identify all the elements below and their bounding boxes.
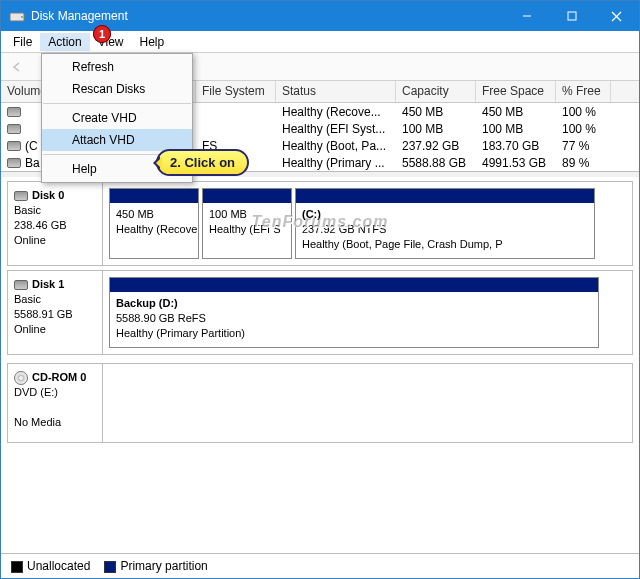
volume-icon <box>7 141 21 151</box>
partition[interactable]: (C:)237.92 GB NTFSHealthy (Boot, Page Fi… <box>295 188 595 259</box>
disk-icon <box>14 280 28 290</box>
cdrom-device: DVD (E:) <box>14 386 58 398</box>
disk-row[interactable]: Disk 0Basic238.46 GBOnline450 MBHealthy … <box>7 181 633 266</box>
legend: Unallocated Primary partition <box>1 553 639 578</box>
svg-rect-3 <box>568 12 576 20</box>
menu-file[interactable]: File <box>5 33 40 51</box>
col-capacity[interactable]: Capacity <box>396 81 476 102</box>
menu-item-attach-vhd[interactable]: Attach VHD <box>42 129 192 151</box>
legend-unallocated: Unallocated <box>11 559 90 573</box>
menu-item-create-vhd[interactable]: Create VHD <box>42 107 192 129</box>
disk-row[interactable]: Disk 1Basic5588.91 GBOnlineBackup (D:)55… <box>7 270 633 355</box>
menubar: File Action View Help 1 Refresh Rescan D… <box>1 31 639 53</box>
col-pct[interactable]: % Free <box>556 81 611 102</box>
legend-primary: Primary partition <box>104 559 207 573</box>
menu-help[interactable]: Help <box>132 33 173 51</box>
cdrom-empty <box>103 364 632 442</box>
menu-item-refresh[interactable]: Refresh <box>42 56 192 78</box>
annotation-callout: 2. Click on <box>156 149 249 176</box>
dvd-icon <box>14 371 28 385</box>
close-button[interactable] <box>594 1 639 31</box>
menu-action[interactable]: Action <box>40 33 89 51</box>
col-status[interactable]: Status <box>276 81 396 102</box>
back-button[interactable] <box>7 56 29 78</box>
partition[interactable]: Backup (D:)5588.90 GB ReFSHealthy (Prima… <box>109 277 599 348</box>
cdrom-status: No Media <box>14 416 61 428</box>
window-title: Disk Management <box>31 9 504 23</box>
disk-icon <box>14 191 28 201</box>
swatch-primary <box>104 561 116 573</box>
volume-icon <box>7 124 21 134</box>
menu-separator <box>43 103 191 104</box>
cdrom-info: CD-ROM 0 DVD (E:) No Media <box>8 364 103 442</box>
swatch-unallocated <box>11 561 23 573</box>
annotation-step1: 1 <box>93 25 111 43</box>
disk-partitions: 450 MBHealthy (Recovery100 MBHealthy (EF… <box>103 182 632 265</box>
svg-point-1 <box>21 16 23 18</box>
partition[interactable]: 450 MBHealthy (Recovery <box>109 188 199 259</box>
cdrom-row[interactable]: CD-ROM 0 DVD (E:) No Media <box>7 363 633 443</box>
graphical-view: Disk 0Basic238.46 GBOnline450 MBHealthy … <box>1 172 639 553</box>
window-controls <box>504 1 639 31</box>
col-fs[interactable]: File System <box>196 81 276 102</box>
window: Disk Management File Action View Help 1 … <box>0 0 640 579</box>
app-icon <box>9 8 25 24</box>
menu-item-rescan[interactable]: Rescan Disks <box>42 78 192 100</box>
col-free[interactable]: Free Space <box>476 81 556 102</box>
disk-partitions: Backup (D:)5588.90 GB ReFSHealthy (Prima… <box>103 271 632 354</box>
volume-icon <box>7 107 21 117</box>
minimize-button[interactable] <box>504 1 549 31</box>
disk-info: Disk 0Basic238.46 GBOnline <box>8 182 103 265</box>
cdrom-name: CD-ROM 0 <box>32 371 86 383</box>
volume-icon <box>7 158 21 168</box>
disk-info: Disk 1Basic5588.91 GBOnline <box>8 271 103 354</box>
annotation-step2: 2. Click on <box>156 149 249 176</box>
partition[interactable]: 100 MBHealthy (EFI S <box>202 188 292 259</box>
maximize-button[interactable] <box>549 1 594 31</box>
